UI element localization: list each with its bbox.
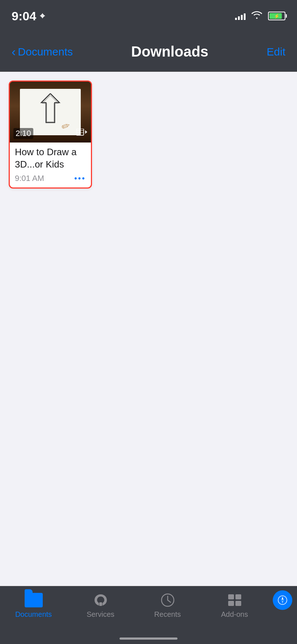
file-thumbnail: ✏ 2:10 bbox=[10, 82, 91, 143]
tab-compass[interactable] bbox=[268, 592, 297, 608]
drawing-svg bbox=[36, 92, 65, 124]
battery-icon: ⚡ bbox=[268, 12, 285, 20]
status-time: 9:04 bbox=[12, 9, 36, 23]
svg-marker-3 bbox=[85, 130, 87, 134]
services-icon bbox=[91, 592, 110, 608]
addons-icon bbox=[225, 592, 244, 608]
file-grid: ✏ 2:10 How to Draw a 3D...or Kids bbox=[9, 80, 288, 189]
status-bar: 9:04 ⌖ ⚡ bbox=[0, 0, 297, 32]
svg-line-7 bbox=[168, 600, 171, 602]
svg-rect-11 bbox=[235, 601, 241, 606]
home-indicator bbox=[120, 637, 177, 640]
tab-documents[interactable]: Documents bbox=[0, 592, 67, 619]
location-icon: ⌖ bbox=[40, 11, 45, 21]
status-time-container: 9:04 ⌖ bbox=[12, 9, 45, 23]
signal-bar-3 bbox=[241, 15, 243, 20]
svg-rect-10 bbox=[228, 601, 234, 606]
svg-marker-14 bbox=[281, 600, 284, 604]
svg-rect-8 bbox=[228, 594, 234, 599]
status-icons: ⚡ bbox=[235, 11, 285, 21]
battery-bolt-icon: ⚡ bbox=[274, 13, 280, 19]
back-label: Documents bbox=[18, 46, 73, 58]
tab-recents-label: Recents bbox=[154, 610, 181, 619]
signal-bar-4 bbox=[244, 13, 246, 20]
compass-icon bbox=[273, 592, 292, 608]
tab-addons[interactable]: Add-ons bbox=[201, 592, 268, 619]
tab-recents[interactable]: Recents bbox=[134, 592, 201, 619]
back-button[interactable]: ‹ Documents bbox=[12, 45, 73, 59]
folder-icon bbox=[25, 593, 43, 607]
tab-addons-label: Add-ons bbox=[221, 610, 248, 619]
file-more-button[interactable]: ••• bbox=[74, 174, 86, 183]
signal-bars-icon bbox=[235, 12, 246, 20]
video-duration: 2:10 bbox=[13, 128, 33, 139]
tab-services-label: Services bbox=[87, 610, 114, 619]
signal-bar-1 bbox=[235, 18, 237, 20]
svg-rect-0 bbox=[76, 129, 84, 135]
page-title: Downloads bbox=[131, 44, 208, 60]
file-meta: 9:01 AM ••• bbox=[15, 174, 86, 183]
tab-documents-label: Documents bbox=[15, 610, 52, 619]
file-card[interactable]: ✏ 2:10 How to Draw a 3D...or Kids bbox=[9, 80, 92, 189]
tab-services[interactable]: Services bbox=[67, 592, 134, 619]
documents-icon bbox=[24, 592, 43, 608]
wifi-icon bbox=[251, 11, 262, 21]
edit-button[interactable]: Edit bbox=[267, 46, 285, 58]
file-name: How to Draw a 3D...or Kids bbox=[15, 146, 86, 171]
svg-rect-9 bbox=[235, 594, 241, 599]
battery-fill: ⚡ bbox=[269, 13, 282, 19]
nav-bar: ‹ Documents Downloads Edit bbox=[0, 32, 297, 72]
main-content: ✏ 2:10 How to Draw a 3D...or Kids bbox=[0, 72, 297, 586]
file-info: How to Draw a 3D...or Kids 9:01 AM ••• bbox=[10, 143, 91, 187]
recents-icon bbox=[158, 592, 177, 608]
svg-rect-1 bbox=[76, 130, 84, 131]
signal-bar-2 bbox=[238, 16, 240, 20]
file-time: 9:01 AM bbox=[15, 174, 44, 183]
video-type-icon bbox=[76, 129, 87, 139]
back-chevron-icon: ‹ bbox=[12, 45, 16, 59]
svg-rect-2 bbox=[76, 132, 84, 133]
svg-marker-13 bbox=[281, 596, 284, 600]
svg-rect-4 bbox=[99, 602, 102, 606]
hand-icon: ✏ bbox=[60, 119, 72, 133]
tab-bar: Documents Services Recents bbox=[0, 586, 297, 644]
compass-circle bbox=[273, 590, 292, 610]
